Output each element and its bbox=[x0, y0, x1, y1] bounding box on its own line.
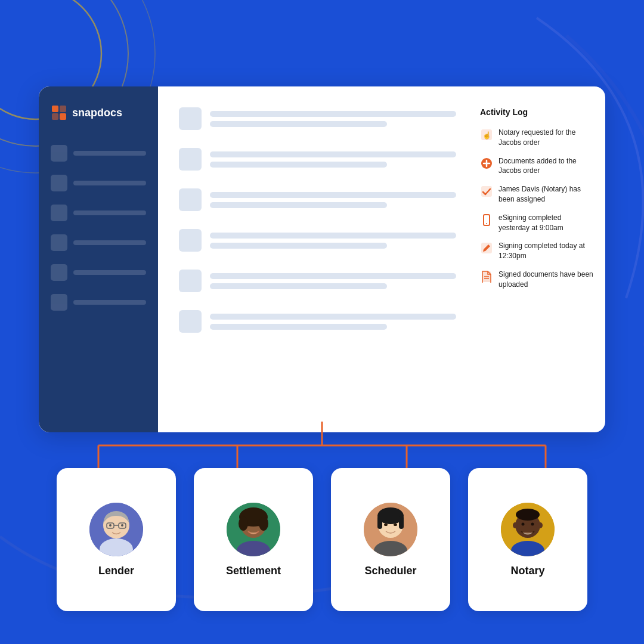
list-lines-3 bbox=[210, 192, 456, 208]
list-item bbox=[179, 107, 456, 130]
sidebar-item-5[interactable] bbox=[51, 264, 146, 281]
list-item bbox=[179, 148, 456, 171]
list-line bbox=[210, 151, 456, 157]
lender-avatar-image bbox=[89, 503, 143, 556]
sidebar-icon-5 bbox=[51, 264, 67, 281]
sidebar-icon-6 bbox=[51, 294, 67, 311]
list-thumb-2 bbox=[179, 148, 202, 171]
sidebar-item-2[interactable] bbox=[51, 175, 146, 191]
activity-log-title: Activity Log bbox=[480, 107, 593, 117]
list-lines-2 bbox=[210, 151, 456, 168]
list-line bbox=[210, 111, 456, 117]
sidebar-label-1 bbox=[73, 151, 146, 156]
svg-point-56 bbox=[531, 522, 534, 525]
list-item bbox=[179, 270, 456, 292]
scheduler-label: Scheduler bbox=[364, 565, 416, 577]
sidebar-item-4[interactable] bbox=[51, 234, 146, 251]
hand-pointer-icon: ☝ bbox=[480, 128, 493, 141]
sidebar-item-6[interactable] bbox=[51, 294, 146, 311]
svg-point-48 bbox=[394, 524, 397, 526]
sidebar-icon-3 bbox=[51, 205, 67, 221]
notary-label: Notary bbox=[510, 565, 544, 577]
list-item bbox=[179, 310, 456, 333]
lender-card: Lender bbox=[57, 468, 176, 611]
page: snapdocs bbox=[0, 0, 644, 644]
list-lines-6 bbox=[210, 314, 456, 330]
checkmark-icon bbox=[480, 185, 493, 198]
activity-text-2: Documents added to the Jacobs order bbox=[499, 156, 593, 177]
app-window: snapdocs bbox=[39, 86, 605, 432]
scheduler-avatar bbox=[364, 503, 417, 556]
list-line bbox=[210, 314, 456, 320]
sidebar-icon-2 bbox=[51, 175, 67, 191]
svg-point-54 bbox=[538, 522, 543, 528]
svg-point-47 bbox=[384, 524, 388, 526]
list-line bbox=[210, 233, 456, 239]
org-chart: Lender bbox=[39, 432, 605, 611]
scheduler-card: Scheduler bbox=[331, 468, 450, 611]
activity-text-4: eSigning completed yesterday at 9:00am bbox=[499, 213, 593, 233]
svg-rect-45 bbox=[377, 516, 382, 529]
sidebar-label-3 bbox=[73, 210, 146, 215]
lender-avatar bbox=[89, 503, 143, 556]
sidebar-icon-1 bbox=[51, 145, 67, 162]
list-line bbox=[210, 283, 387, 289]
pencil-icon bbox=[480, 242, 493, 255]
activity-text-1: Notary requested for the Jacobs order bbox=[499, 128, 593, 148]
sidebar-label-5 bbox=[73, 270, 146, 275]
list-lines-5 bbox=[210, 273, 456, 289]
list-thumb-5 bbox=[179, 270, 202, 292]
svg-point-55 bbox=[522, 522, 525, 525]
activity-item-4: eSigning completed yesterday at 9:00am bbox=[480, 213, 593, 233]
activity-item-1: ☝ Notary requested for the Jacobs order bbox=[480, 128, 593, 148]
list-lines-1 bbox=[210, 111, 456, 127]
sidebar-item-3[interactable] bbox=[51, 205, 146, 221]
notary-avatar bbox=[501, 503, 555, 556]
list-thumb-6 bbox=[179, 310, 202, 333]
sidebar-item-1[interactable] bbox=[51, 145, 146, 162]
svg-rect-3 bbox=[52, 106, 58, 112]
lender-label: Lender bbox=[98, 565, 134, 577]
list-line bbox=[210, 192, 456, 198]
activity-item-2: Documents added to the Jacobs order bbox=[480, 156, 593, 177]
sidebar-nav bbox=[51, 139, 146, 311]
list-thumb-3 bbox=[179, 188, 202, 211]
list-item bbox=[179, 188, 456, 211]
mobile-icon bbox=[480, 213, 493, 227]
svg-rect-5 bbox=[52, 113, 58, 120]
settlement-avatar bbox=[227, 503, 280, 556]
svg-point-38 bbox=[259, 516, 268, 531]
svg-point-31 bbox=[109, 524, 112, 527]
activity-log: Activity Log ☝ Notary requested for the … bbox=[480, 107, 605, 411]
svg-rect-46 bbox=[399, 516, 404, 529]
sidebar-label-4 bbox=[73, 240, 146, 245]
settlement-label: Settlement bbox=[226, 565, 281, 577]
list-line bbox=[210, 243, 387, 249]
cards-row: Lender bbox=[57, 468, 587, 611]
sidebar-label-2 bbox=[73, 181, 146, 185]
svg-point-32 bbox=[121, 524, 123, 527]
svg-point-37 bbox=[239, 516, 248, 531]
activity-text-3: James Davis (Notary) has been assigned bbox=[499, 184, 593, 205]
logo-area: snapdocs bbox=[51, 104, 146, 121]
list-area bbox=[179, 107, 462, 411]
list-line bbox=[210, 121, 387, 127]
activity-item-3: James Davis (Notary) has been assigned bbox=[480, 184, 593, 205]
document-icon bbox=[480, 270, 493, 283]
activity-text-6: Signed documents have been uploaded bbox=[499, 270, 593, 290]
list-line bbox=[210, 273, 456, 279]
list-line bbox=[210, 202, 387, 208]
list-line bbox=[210, 162, 387, 168]
activity-text-5: Signing completed today at 12:30pm bbox=[499, 241, 593, 261]
settlement-avatar-image bbox=[227, 503, 280, 556]
svg-point-53 bbox=[513, 522, 518, 528]
sidebar-icon-4 bbox=[51, 234, 67, 251]
svg-point-40 bbox=[257, 523, 260, 526]
activity-item-6: Signed documents have been uploaded bbox=[480, 270, 593, 290]
sidebar-label-6 bbox=[73, 300, 146, 305]
snapdocs-logo-icon bbox=[51, 104, 67, 121]
logo-text: snapdocs bbox=[72, 107, 122, 119]
list-thumb-1 bbox=[179, 107, 202, 130]
notary-card: Notary bbox=[468, 468, 587, 611]
svg-point-39 bbox=[247, 523, 250, 526]
